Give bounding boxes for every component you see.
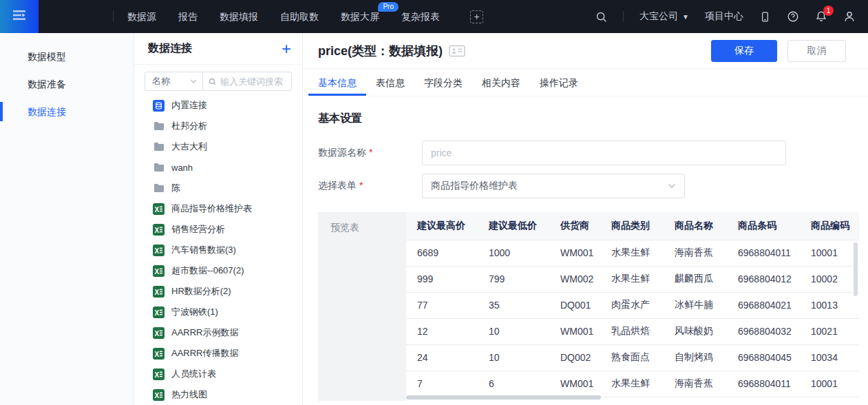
table-cell: WM001 xyxy=(549,240,600,266)
company-dropdown[interactable]: 大宝公司 ▼ xyxy=(639,10,689,23)
datasource-name-input[interactable] xyxy=(422,141,786,165)
table-row: 1210WM001乳品烘焙风味酸奶696880403210021 xyxy=(406,318,859,344)
nav-item-report[interactable]: 报告 xyxy=(167,0,209,33)
tree-item-14[interactable]: X热力线图 xyxy=(134,384,302,405)
search-icon[interactable] xyxy=(595,11,607,23)
tree-item-3[interactable]: wanh xyxy=(134,157,302,178)
tree-item-8[interactable]: X超市数据--0607(2) xyxy=(134,260,302,281)
tab-operation-log[interactable]: 操作记录 xyxy=(530,69,588,96)
svg-text:X: X xyxy=(155,205,160,213)
form-select-label: 选择表单* xyxy=(318,180,422,192)
chevron-down-icon xyxy=(190,78,197,85)
table-cell: 风味酸奶 xyxy=(664,318,727,344)
caret-down-icon: ▼ xyxy=(682,13,689,21)
table-cell: DQ001 xyxy=(549,292,600,318)
table-cell: 799 xyxy=(478,266,549,292)
excel-icon: X xyxy=(153,368,165,380)
database-icon xyxy=(153,100,165,112)
hamburger-icon xyxy=(12,8,27,25)
table-cell: 麒麟西瓜 xyxy=(664,266,727,292)
nav-item-dashboard-label: 数据大屏 xyxy=(341,11,379,22)
table-cell: 24 xyxy=(406,344,478,371)
excel-icon: X xyxy=(153,224,165,236)
search-field-select[interactable]: 名称 xyxy=(145,72,203,91)
excel-icon: X xyxy=(153,348,165,360)
quick-create-icon[interactable]: + xyxy=(470,10,483,23)
add-connection-button[interactable]: + xyxy=(282,42,291,56)
save-button[interactable]: 保存 xyxy=(711,40,777,62)
preview-table-label: 预览表 xyxy=(330,222,359,234)
table-cell: 10013 xyxy=(800,292,859,318)
app-root: 数据源报告数据填报自助取数数据大屏Pro复杂报表 + 大宝公司 ▼ 项目中心 xyxy=(0,0,868,405)
tree-item-11[interactable]: XAARRR示例数据 xyxy=(134,322,302,343)
tree-item-label: AARRR传播数据 xyxy=(171,347,239,360)
app-menu-button[interactable] xyxy=(0,0,39,33)
sidebar-item-data-model[interactable]: 数据模型 xyxy=(0,43,134,70)
table-row: 2410DQ002熟食面点自制烤鸡696880404510034 xyxy=(406,344,859,371)
tab-related-content[interactable]: 相关内容 xyxy=(472,69,530,96)
cancel-button[interactable]: 取消 xyxy=(787,40,846,62)
tree-item-10[interactable]: X宁波钢铁(1) xyxy=(134,302,302,322)
table-body: 66891000WM001水果生鲜海南香蕉6968804011100019997… xyxy=(406,240,859,397)
nav-item-self-service[interactable]: 自助取数 xyxy=(269,0,330,33)
tab-basic-info[interactable]: 基本信息 xyxy=(308,69,366,96)
nav-item-complex-report[interactable]: 复杂报表 xyxy=(390,0,451,33)
vertical-scrollbar[interactable] xyxy=(854,242,858,296)
tree-item-label: 商品指导价格维护表 xyxy=(171,202,252,215)
tree-item-label: 超市数据--0607(2) xyxy=(171,264,244,277)
table-cell: 6968804012 xyxy=(727,266,800,292)
nav-item-data-entry[interactable]: 数据填报 xyxy=(209,0,269,33)
mobile-app-icon[interactable] xyxy=(759,11,771,23)
tree-item-6[interactable]: X销售经营分析 xyxy=(134,219,302,240)
tree-item-9[interactable]: XHR数据分析(2) xyxy=(134,281,302,302)
tree-item-0[interactable]: 内置连接 xyxy=(134,95,302,116)
table-row: 66891000WM001水果生鲜海南香蕉696880401110001 xyxy=(406,240,859,266)
table-cell: 海南香蕉 xyxy=(664,240,727,266)
search-icon xyxy=(209,77,216,86)
tree-item-1[interactable]: 杜邦分析 xyxy=(134,116,302,136)
table-cell: 999 xyxy=(406,266,478,292)
svg-text:X: X xyxy=(155,247,160,254)
user-avatar-icon[interactable] xyxy=(843,10,856,23)
sidebar-item-data-connection[interactable]: 数据连接 xyxy=(0,98,134,125)
help-icon[interactable] xyxy=(787,10,799,23)
nav-divider xyxy=(113,11,114,22)
table-cell: 水果生鲜 xyxy=(600,240,664,266)
svg-text:X: X xyxy=(155,329,160,337)
table-cell: 6968804021 xyxy=(727,292,800,318)
project-center-link[interactable]: 项目中心 xyxy=(705,10,743,23)
nav-item-dashboard[interactable]: 数据大屏Pro xyxy=(330,0,390,33)
horizontal-scrollbar[interactable] xyxy=(406,395,601,399)
tree-item-2[interactable]: 大吉大利 xyxy=(134,136,302,157)
tree-item-label: HR数据分析(2) xyxy=(171,285,231,298)
form-select-dropdown[interactable]: 商品指导价格维护表 xyxy=(422,174,685,198)
tree-item-4[interactable]: 陈 xyxy=(134,178,302,198)
tree-item-label: wanh xyxy=(171,163,193,173)
top-navbar: 数据源报告数据填报自助取数数据大屏Pro复杂报表 + 大宝公司 ▼ 项目中心 xyxy=(0,0,868,33)
search-input[interactable] xyxy=(220,76,286,87)
tree-item-7[interactable]: X汽车销售数据(3) xyxy=(134,240,302,260)
tab-table-info[interactable]: 表信息 xyxy=(366,69,414,96)
tree-item-13[interactable]: X人员统计表 xyxy=(134,364,302,384)
header-actions: 保存 取消 xyxy=(711,40,868,62)
notifications-bell-icon[interactable]: 1 xyxy=(815,10,827,23)
table-cell: 肉蛋水产 xyxy=(600,292,664,318)
excel-icon: X xyxy=(153,265,165,277)
form-select-row: 选择表单* 商品指导价格维护表 xyxy=(318,174,868,198)
table-cell: 10002 xyxy=(800,266,859,292)
table-cell: 12 xyxy=(406,318,478,344)
excel-icon: X xyxy=(153,245,165,256)
sidebar-item-data-prepare[interactable]: 数据准备 xyxy=(0,70,134,98)
tree-item-5[interactable]: X商品指导价格维护表 xyxy=(134,198,302,219)
table-cell: 6968804045 xyxy=(727,344,800,371)
tab-field-category[interactable]: 字段分类 xyxy=(414,69,472,96)
preview-table: 建议最高价建议最低价供货商商品类别商品名称商品条码商品编码 66891000WM… xyxy=(406,212,859,397)
nav-item-datasource[interactable]: 数据源 xyxy=(116,0,167,33)
required-mark: * xyxy=(369,147,372,158)
excel-icon: X xyxy=(153,327,165,339)
folder-icon xyxy=(153,121,165,132)
id-card-icon[interactable] xyxy=(449,45,465,57)
column-header: 供货商 xyxy=(549,212,600,240)
tree-item-12[interactable]: XAARRR传播数据 xyxy=(134,343,302,364)
excel-icon: X xyxy=(153,203,165,215)
